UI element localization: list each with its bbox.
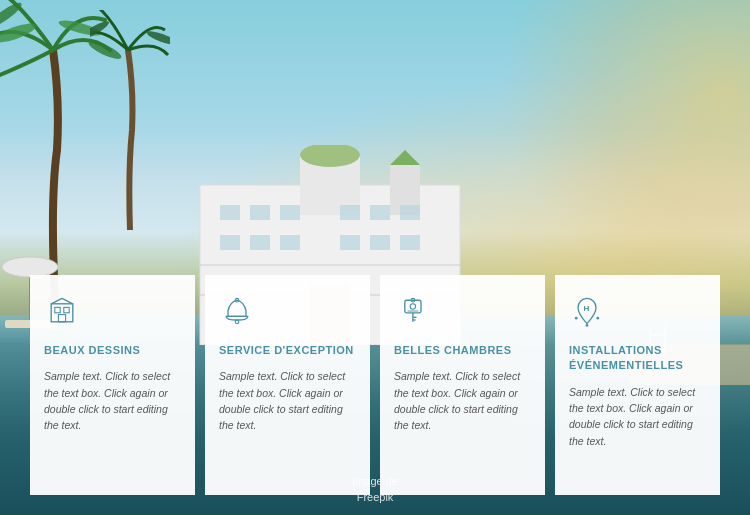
svg-rect-22 xyxy=(400,235,420,250)
svg-rect-18 xyxy=(250,235,270,250)
svg-line-42 xyxy=(62,298,73,303)
svg-point-47 xyxy=(410,304,415,309)
card-title-service: SERVICE D'EXCEPTION xyxy=(219,343,356,358)
svg-rect-15 xyxy=(370,205,390,220)
svg-rect-40 xyxy=(58,315,65,322)
hotel-icon: H xyxy=(569,293,609,333)
svg-point-5 xyxy=(146,29,170,47)
svg-marker-10 xyxy=(390,150,420,165)
svg-rect-14 xyxy=(340,205,360,220)
svg-rect-39 xyxy=(64,307,69,312)
svg-rect-20 xyxy=(340,235,360,250)
card-text-service: Sample text. Click to select the text bo… xyxy=(219,368,356,433)
building-icon xyxy=(44,293,84,333)
key-icon xyxy=(394,293,434,333)
image-credit: Image de Freepik xyxy=(352,474,398,505)
svg-rect-13 xyxy=(280,205,300,220)
svg-text:H: H xyxy=(583,304,589,313)
svg-rect-21 xyxy=(370,235,390,250)
svg-point-0 xyxy=(0,20,38,46)
card-installations[interactable]: H INSTALLATIONS ÉVÉNEMENTIELLES Sample t… xyxy=(555,275,720,495)
svg-rect-38 xyxy=(55,307,60,312)
bell-icon xyxy=(219,293,259,333)
svg-point-55 xyxy=(596,317,599,320)
svg-rect-12 xyxy=(250,205,270,220)
card-text-beaux-dessins: Sample text. Click to select the text bo… xyxy=(44,368,181,433)
svg-rect-16 xyxy=(400,205,420,220)
svg-rect-17 xyxy=(220,235,240,250)
svg-point-54 xyxy=(575,317,578,320)
card-belles-chambres[interactable]: BELLES CHAMBRES Sample text. Click to se… xyxy=(380,275,545,495)
image-credit-line2: Freepik xyxy=(352,490,398,505)
svg-point-56 xyxy=(586,324,589,327)
svg-rect-11 xyxy=(220,205,240,220)
card-service-exception[interactable]: SERVICE D'EXCEPTION Sample text. Click t… xyxy=(205,275,370,495)
image-credit-line1: Image de xyxy=(352,474,398,489)
svg-point-27 xyxy=(2,257,58,277)
card-text-installations: Sample text. Click to select the text bo… xyxy=(569,384,706,449)
cards-section: BEAUX DESSINS Sample text. Click to sele… xyxy=(30,275,720,495)
card-title-installations: INSTALLATIONS ÉVÉNEMENTIELLES xyxy=(569,343,706,374)
card-title-chambres: BELLES CHAMBRES xyxy=(394,343,531,358)
svg-point-4 xyxy=(90,19,111,42)
svg-rect-19 xyxy=(280,235,300,250)
svg-line-41 xyxy=(51,298,62,303)
card-text-chambres: Sample text. Click to select the text bo… xyxy=(394,368,531,433)
card-beaux-dessins[interactable]: BEAUX DESSINS Sample text. Click to sele… xyxy=(30,275,195,495)
sunlight-glow xyxy=(500,0,750,300)
card-title-beaux-dessins: BEAUX DESSINS xyxy=(44,343,181,358)
